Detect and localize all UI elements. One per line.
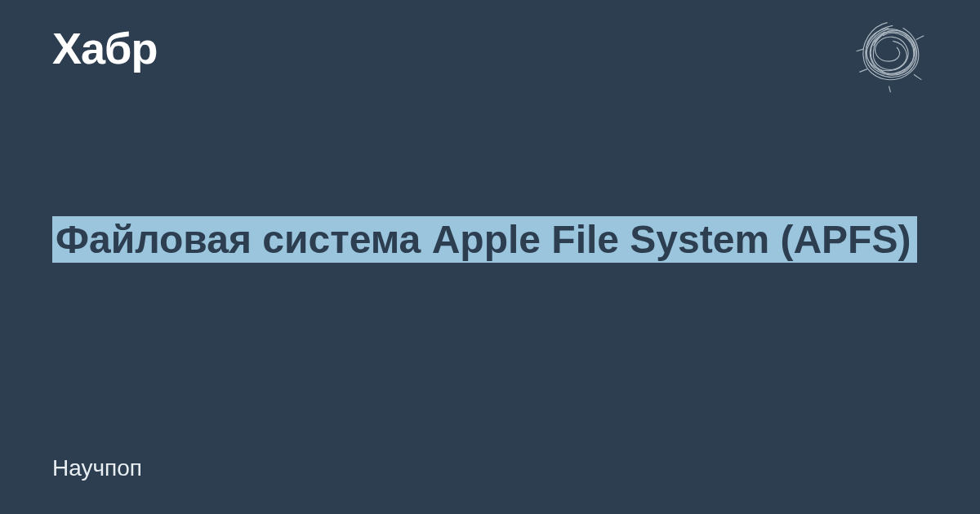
category-label: Научпоп bbox=[52, 455, 142, 481]
header: Хабр bbox=[52, 23, 928, 94]
article-title: Файловая система Apple File System (APFS… bbox=[52, 216, 917, 263]
article-title-area: Файловая система Apple File System (APFS… bbox=[52, 212, 928, 267]
site-logo: Хабр bbox=[52, 23, 157, 73]
scribble-icon bbox=[850, 16, 928, 94]
